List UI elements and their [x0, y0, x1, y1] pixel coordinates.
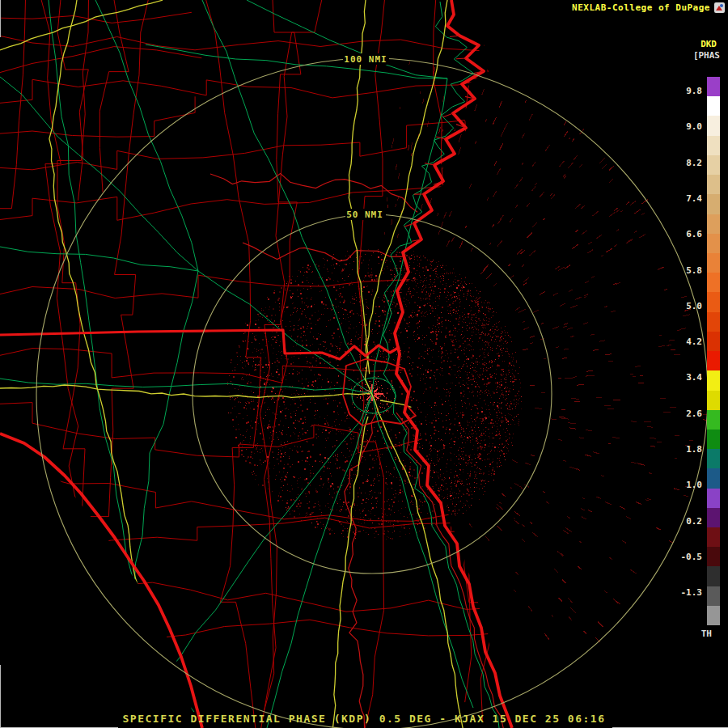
window-border-segment: [0, 665, 1, 728]
colorbar-segment: [707, 253, 720, 273]
radar-display: 100 NMI 50 NMI NEXLAB-College of DuPage …: [0, 0, 728, 728]
colorbar-segment: [707, 449, 720, 468]
colorbar-segment: [707, 547, 720, 566]
kdp-speckles: [227, 61, 708, 642]
colorbar-segment: [707, 155, 720, 175]
colorbar-segment: [707, 468, 720, 488]
colorbar-segment: [707, 586, 720, 606]
colorbar-segment: [707, 234, 720, 253]
colorbar-units-label: [PHAS: [693, 50, 720, 61]
colorbar-segment: [707, 312, 720, 332]
status-bar-text: SPECIFIC DIFFERENTIAL PHASE (KDP) 0.5 DE…: [0, 713, 728, 725]
colorbar-segment: [707, 351, 720, 370]
colorbar-segment: [707, 606, 720, 625]
road-lines: [0, 0, 499, 728]
colorbar-segment: [707, 370, 720, 390]
window-border-segment: [0, 0, 1, 37]
colorbar-product-code: DKD: [700, 39, 717, 49]
colorbar-segment: [707, 175, 720, 194]
colorbar-segment: [707, 194, 720, 214]
colorbar-segment: [707, 136, 720, 155]
kdp-data-speckles-layer: [227, 61, 708, 642]
colorbar-segment: [707, 116, 720, 135]
colorbar-segment: [707, 566, 720, 586]
colorbar-segment: [707, 508, 720, 527]
colorbar-segment: [707, 332, 720, 351]
highway-lines: [0, 0, 463, 728]
nexlab-logo-icon: [714, 2, 725, 13]
colorbar-segment: [707, 292, 720, 311]
colorbar-segment: [707, 489, 720, 508]
radar-map: 100 NMI 50 NMI: [0, 0, 728, 728]
colorbar-segment: [707, 391, 720, 410]
colorbar-segment: [707, 96, 720, 116]
colorbar-segment: [707, 214, 720, 234]
colorbar-segment: [707, 410, 720, 430]
colorbar-segment: [707, 430, 720, 449]
range-ring-label-100: 100 NMI: [344, 54, 387, 65]
brand-text: NEXLAB-College of DuPage: [572, 2, 710, 13]
basemap-lines-layer: [0, 0, 521, 728]
colorbar-segment: [707, 77, 720, 96]
colorbar: [707, 77, 720, 625]
colorbar-segment: [707, 273, 720, 292]
range-ring-label-50: 50 NMI: [346, 210, 383, 220]
colorbar-segment: [707, 527, 720, 547]
colorbar-threshold-label: TH: [701, 629, 712, 639]
